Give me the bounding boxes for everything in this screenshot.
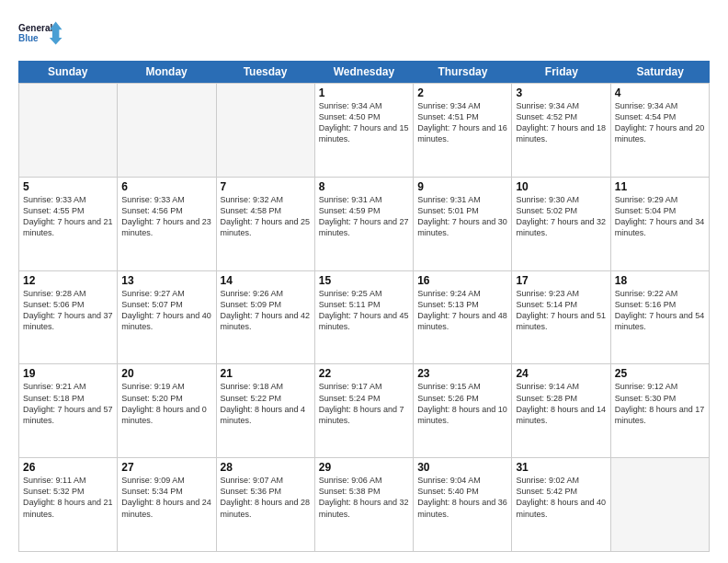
day-header-thursday: Thursday bbox=[414, 61, 512, 83]
svg-text:Blue: Blue bbox=[18, 33, 39, 43]
day-number: 6 bbox=[121, 180, 211, 193]
day-cell-11: 11Sunrise: 9:29 AM Sunset: 5:04 PM Dayli… bbox=[611, 178, 710, 270]
day-cell-28: 28Sunrise: 9:07 AM Sunset: 5:36 PM Dayli… bbox=[217, 458, 315, 551]
header: General Blue bbox=[18, 15, 710, 52]
day-cell-27: 27Sunrise: 9:09 AM Sunset: 5:34 PM Dayli… bbox=[118, 458, 216, 551]
day-cell-13: 13Sunrise: 9:27 AM Sunset: 5:07 PM Dayli… bbox=[118, 271, 216, 364]
day-number: 11 bbox=[615, 180, 705, 193]
day-header-tuesday: Tuesday bbox=[216, 61, 314, 83]
day-cell-23: 23Sunrise: 9:15 AM Sunset: 5:26 PM Dayli… bbox=[414, 364, 512, 457]
day-cell-6: 6Sunrise: 9:33 AM Sunset: 4:56 PM Daylig… bbox=[118, 178, 216, 270]
day-number: 18 bbox=[615, 274, 705, 287]
day-info: Sunrise: 9:18 AM Sunset: 5:22 PM Dayligh… bbox=[221, 381, 311, 426]
day-info: Sunrise: 9:31 AM Sunset: 5:01 PM Dayligh… bbox=[417, 194, 507, 239]
day-number: 27 bbox=[121, 461, 211, 474]
day-number: 24 bbox=[516, 367, 606, 380]
week-row-2: 5Sunrise: 9:33 AM Sunset: 4:55 PM Daylig… bbox=[18, 177, 710, 270]
day-info: Sunrise: 9:30 AM Sunset: 5:02 PM Dayligh… bbox=[516, 194, 606, 239]
day-cell-19: 19Sunrise: 9:21 AM Sunset: 5:18 PM Dayli… bbox=[19, 364, 118, 457]
empty-cell bbox=[118, 84, 216, 177]
day-number: 12 bbox=[23, 274, 113, 287]
day-number: 1 bbox=[319, 86, 409, 99]
day-info: Sunrise: 9:17 AM Sunset: 5:24 PM Dayligh… bbox=[319, 381, 409, 426]
day-cell-8: 8Sunrise: 9:31 AM Sunset: 4:59 PM Daylig… bbox=[315, 178, 414, 270]
day-number: 16 bbox=[417, 274, 507, 287]
day-info: Sunrise: 9:07 AM Sunset: 5:36 PM Dayligh… bbox=[221, 475, 311, 520]
day-number: 4 bbox=[615, 86, 705, 99]
day-header-saturday: Saturday bbox=[611, 61, 710, 83]
empty-cell bbox=[217, 84, 315, 177]
day-info: Sunrise: 9:29 AM Sunset: 5:04 PM Dayligh… bbox=[615, 194, 705, 239]
day-cell-16: 16Sunrise: 9:24 AM Sunset: 5:13 PM Dayli… bbox=[414, 271, 512, 364]
day-cell-25: 25Sunrise: 9:12 AM Sunset: 5:30 PM Dayli… bbox=[611, 364, 710, 457]
day-number: 19 bbox=[23, 367, 113, 380]
week-row-1: 1Sunrise: 9:34 AM Sunset: 4:50 PM Daylig… bbox=[18, 83, 710, 177]
day-cell-1: 1Sunrise: 9:34 AM Sunset: 4:50 PM Daylig… bbox=[315, 84, 414, 177]
day-number: 8 bbox=[319, 180, 409, 193]
logo-svg: General Blue bbox=[18, 15, 64, 52]
logo: General Blue bbox=[18, 15, 64, 52]
day-info: Sunrise: 9:31 AM Sunset: 4:59 PM Dayligh… bbox=[319, 194, 409, 239]
empty-cell bbox=[611, 458, 710, 551]
day-info: Sunrise: 9:34 AM Sunset: 4:54 PM Dayligh… bbox=[615, 100, 705, 145]
day-info: Sunrise: 9:06 AM Sunset: 5:38 PM Dayligh… bbox=[319, 475, 409, 520]
day-info: Sunrise: 9:27 AM Sunset: 5:07 PM Dayligh… bbox=[121, 288, 211, 333]
day-info: Sunrise: 9:34 AM Sunset: 4:52 PM Dayligh… bbox=[516, 100, 606, 145]
day-number: 5 bbox=[23, 180, 113, 193]
week-row-4: 19Sunrise: 9:21 AM Sunset: 5:18 PM Dayli… bbox=[18, 363, 710, 457]
day-info: Sunrise: 9:33 AM Sunset: 4:56 PM Dayligh… bbox=[121, 194, 211, 239]
day-number: 20 bbox=[121, 367, 211, 380]
day-info: Sunrise: 9:11 AM Sunset: 5:32 PM Dayligh… bbox=[23, 475, 113, 520]
day-number: 22 bbox=[319, 367, 409, 380]
day-info: Sunrise: 9:34 AM Sunset: 4:50 PM Dayligh… bbox=[319, 100, 409, 145]
day-cell-24: 24Sunrise: 9:14 AM Sunset: 5:28 PM Dayli… bbox=[512, 364, 610, 457]
empty-cell bbox=[19, 84, 118, 177]
day-number: 31 bbox=[516, 461, 606, 474]
day-info: Sunrise: 9:34 AM Sunset: 4:51 PM Dayligh… bbox=[417, 100, 507, 145]
day-header-wednesday: Wednesday bbox=[314, 61, 413, 83]
calendar-body: 1Sunrise: 9:34 AM Sunset: 4:50 PM Daylig… bbox=[18, 83, 710, 552]
day-cell-20: 20Sunrise: 9:19 AM Sunset: 5:20 PM Dayli… bbox=[118, 364, 216, 457]
day-number: 7 bbox=[221, 180, 311, 193]
day-cell-15: 15Sunrise: 9:25 AM Sunset: 5:11 PM Dayli… bbox=[315, 271, 414, 364]
day-info: Sunrise: 9:24 AM Sunset: 5:13 PM Dayligh… bbox=[417, 288, 507, 333]
day-info: Sunrise: 9:21 AM Sunset: 5:18 PM Dayligh… bbox=[23, 381, 113, 426]
day-cell-26: 26Sunrise: 9:11 AM Sunset: 5:32 PM Dayli… bbox=[19, 458, 118, 551]
day-header-friday: Friday bbox=[512, 61, 610, 83]
day-number: 25 bbox=[615, 367, 705, 380]
day-cell-12: 12Sunrise: 9:28 AM Sunset: 5:06 PM Dayli… bbox=[19, 271, 118, 364]
day-number: 10 bbox=[516, 180, 606, 193]
calendar: SundayMondayTuesdayWednesdayThursdayFrid… bbox=[18, 61, 710, 552]
day-cell-21: 21Sunrise: 9:18 AM Sunset: 5:22 PM Dayli… bbox=[217, 364, 315, 457]
day-cell-4: 4Sunrise: 9:34 AM Sunset: 4:54 PM Daylig… bbox=[611, 84, 710, 177]
day-cell-22: 22Sunrise: 9:17 AM Sunset: 5:24 PM Dayli… bbox=[315, 364, 414, 457]
day-number: 15 bbox=[319, 274, 409, 287]
day-number: 9 bbox=[417, 180, 507, 193]
day-cell-7: 7Sunrise: 9:32 AM Sunset: 4:58 PM Daylig… bbox=[217, 178, 315, 270]
day-cell-10: 10Sunrise: 9:30 AM Sunset: 5:02 PM Dayli… bbox=[512, 178, 610, 270]
day-info: Sunrise: 9:19 AM Sunset: 5:20 PM Dayligh… bbox=[121, 381, 211, 426]
calendar-header: SundayMondayTuesdayWednesdayThursdayFrid… bbox=[18, 61, 710, 83]
day-info: Sunrise: 9:33 AM Sunset: 4:55 PM Dayligh… bbox=[23, 194, 113, 239]
svg-text:General: General bbox=[18, 23, 52, 33]
day-info: Sunrise: 9:26 AM Sunset: 5:09 PM Dayligh… bbox=[221, 288, 311, 333]
day-number: 17 bbox=[516, 274, 606, 287]
day-info: Sunrise: 9:09 AM Sunset: 5:34 PM Dayligh… bbox=[121, 475, 211, 520]
day-info: Sunrise: 9:22 AM Sunset: 5:16 PM Dayligh… bbox=[615, 288, 705, 333]
day-cell-5: 5Sunrise: 9:33 AM Sunset: 4:55 PM Daylig… bbox=[19, 178, 118, 270]
day-number: 14 bbox=[221, 274, 311, 287]
day-number: 13 bbox=[121, 274, 211, 287]
day-cell-9: 9Sunrise: 9:31 AM Sunset: 5:01 PM Daylig… bbox=[414, 178, 512, 270]
day-cell-2: 2Sunrise: 9:34 AM Sunset: 4:51 PM Daylig… bbox=[414, 84, 512, 177]
day-cell-14: 14Sunrise: 9:26 AM Sunset: 5:09 PM Dayli… bbox=[217, 271, 315, 364]
day-info: Sunrise: 9:25 AM Sunset: 5:11 PM Dayligh… bbox=[319, 288, 409, 333]
day-number: 3 bbox=[516, 86, 606, 99]
day-header-monday: Monday bbox=[117, 61, 215, 83]
day-info: Sunrise: 9:02 AM Sunset: 5:42 PM Dayligh… bbox=[516, 475, 606, 520]
day-cell-29: 29Sunrise: 9:06 AM Sunset: 5:38 PM Dayli… bbox=[315, 458, 414, 551]
day-number: 23 bbox=[417, 367, 507, 380]
day-cell-30: 30Sunrise: 9:04 AM Sunset: 5:40 PM Dayli… bbox=[414, 458, 512, 551]
week-row-3: 12Sunrise: 9:28 AM Sunset: 5:06 PM Dayli… bbox=[18, 270, 710, 364]
day-cell-17: 17Sunrise: 9:23 AM Sunset: 5:14 PM Dayli… bbox=[512, 271, 610, 364]
day-number: 30 bbox=[417, 461, 507, 474]
